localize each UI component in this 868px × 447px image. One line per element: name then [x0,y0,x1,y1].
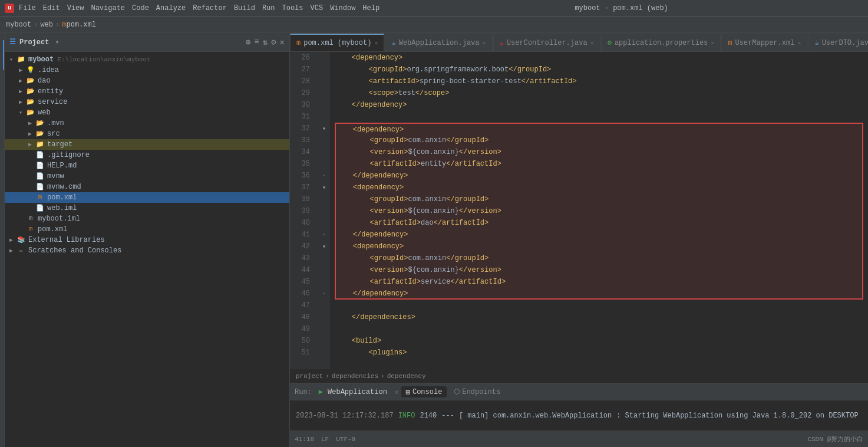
gutter-item [318,217,330,229]
code-line[interactable]: <groupId>com.anxin</groupId> [335,134,863,146]
tree-target[interactable]: ▶ 📁 target [5,139,289,150]
menu-navigate[interactable]: Navigate [91,4,125,12]
tree-idea[interactable]: ▶ 💡 .idea [5,65,289,75]
collapse-icon[interactable]: ≡ [254,37,259,47]
code-line[interactable]: <version>${com.anxin}</version> [335,146,863,158]
code-line[interactable]: <artifactId>spring-boot-starter-test</ar… [335,75,863,87]
tree-gitignore[interactable]: ▶ 📄 .gitignore [5,150,289,160]
tab-pomxml-myboot[interactable]: m pom.xml (myboot) ✕ [290,34,384,51]
menu-window[interactable]: Window [330,4,355,12]
menu-run[interactable]: Run [262,4,275,12]
code-line[interactable]: <artifactId>entity</artifactId> [335,158,863,170]
gutter-item: ▾ [318,123,330,134]
tree-mvnw[interactable]: ▶ 📄 mvnw [5,171,289,182]
menu-refactor[interactable]: Refactor [193,4,227,12]
tree-external-libraries[interactable]: ▶ 📚 External Libraries [5,235,289,245]
tree-mvn[interactable]: ▶ 📂 .mvn [5,118,289,129]
line-number: 33 [290,134,313,146]
code-line[interactable]: <groupId>com.anxin</groupId> [335,193,863,205]
code-line[interactable]: </dependency> [335,170,863,182]
code-line[interactable] [335,300,863,311]
tree-mybootiml[interactable]: ▶ m myboot.iml [5,213,289,224]
tab-usermapper[interactable]: m UserMapper.xml ✕ [721,34,807,51]
code-line[interactable]: <dependency> [335,241,863,252]
code-line[interactable] [335,111,863,123]
menu-help[interactable]: Help [362,4,379,12]
window-title: myboot - pom.xml (web) [379,4,863,12]
code-line[interactable]: </dependency> [335,99,863,111]
code-line[interactable]: <dependency> [335,52,863,64]
menu-bar[interactable]: File Edit View Navigate Code Analyze Ref… [19,4,379,12]
code-line[interactable]: <groupId>org.springframework.boot</group… [335,64,863,75]
breadcrumb-web[interactable]: web [40,21,53,29]
code-editor[interactable]: <dependency> <groupId>org.springframewor… [330,52,868,369]
project-dropdown-icon[interactable]: ▾ [55,38,59,47]
tree-root-myboot[interactable]: ▾ 📁 myboot E:\location\anxin\myboot [5,54,289,65]
status-left: 41:18 [295,436,314,443]
log-time: 2023-08-31 12:17:32.187 [296,412,394,420]
locate-icon[interactable]: ⊕ [246,37,250,47]
tab-appprops[interactable]: ⚙ application.properties ✕ [601,34,721,51]
menu-view[interactable]: View [67,4,84,12]
tree-pomxml-root[interactable]: ▶ m pom.xml [5,224,289,235]
editor-area: m pom.xml (myboot) ✕ ☕ WebApplication.ja… [290,33,868,447]
menu-tools[interactable]: Tools [282,4,303,12]
code-line[interactable]: <artifactId>service</artifactId> [335,276,863,288]
tab-console[interactable]: ▤ Console [401,386,447,397]
tree-entity[interactable]: ▶ 📂 entity [5,86,289,97]
menu-analyze[interactable]: Analyze [156,4,186,12]
code-line[interactable]: <plugins> [335,347,863,359]
code-line[interactable]: <scope>test</scope> [335,87,863,99]
tree-src[interactable]: ▶ 📂 src [5,129,289,139]
sort-icon[interactable]: ⇅ [263,37,268,47]
tree-webiml[interactable]: ▶ 📄 web.iml [5,203,289,213]
tab-close-webapp[interactable]: ✕ [483,40,486,47]
code-line[interactable]: <groupId>com.anxin</groupId> [335,252,863,264]
line-number: 46 [290,288,313,300]
tree-dao[interactable]: ▶ 📂 dao [5,75,289,86]
tab-icon-userdto: ☕ [814,38,819,47]
tab-close-usermapper[interactable]: ✕ [797,40,801,47]
settings-icon[interactable]: ⚙ [271,37,276,47]
tab-icon-appprops: ⚙ [608,38,612,47]
code-line[interactable]: <artifactId>dao</artifactId> [335,217,863,229]
code-line[interactable]: <dependency> [335,123,863,134]
code-line[interactable]: <dependency> [335,182,863,193]
run-close-icon[interactable]: ✕ [394,387,399,397]
close-panel-icon[interactable]: ✕ [280,37,285,47]
status-lf: LF [321,436,329,443]
tab-webapplication[interactable]: ☕ WebApplication.java ✕ [385,34,492,51]
code-line[interactable]: <version>${com.anxin}</version> [335,205,863,217]
sidebar-tab-project[interactable] [1,40,4,70]
code-line[interactable]: </dependencies> [335,311,863,323]
tree-scratches-consoles[interactable]: ▶ ✏ Scratches and Consoles [5,245,289,256]
menu-code[interactable]: Code [132,4,149,12]
tab-userdto[interactable]: ☕ UserDTO.java ✕ [808,34,868,51]
tab-close-userctrl[interactable]: ✕ [590,40,594,47]
menu-edit[interactable]: Edit [43,4,60,12]
menu-vcs[interactable]: VCS [311,4,324,12]
breadcrumb-myboot[interactable]: myboot [6,21,31,29]
code-content[interactable]: 2627282930313233343536373839404142434445… [290,52,868,369]
menu-build[interactable]: Build [234,4,255,12]
line-number: 44 [290,264,313,276]
breadcrumb-pomxml[interactable]: m [62,21,66,29]
tab-close-pomxml[interactable]: ✕ [374,40,378,47]
code-line[interactable]: <version>${com.anxin}</version> [335,264,863,276]
code-line[interactable]: </dependency> [335,229,863,241]
tab-usercontroller[interactable]: ☕ UserController.java ✕ [493,34,600,51]
gutter-item [318,276,330,288]
bottom-content: 2023-08-31 12:17:32.187 INFO 2140 --- [ … [290,400,868,430]
code-line[interactable]: <build> [335,335,863,347]
menu-file[interactable]: File [19,4,36,12]
tree-mvnwcmd[interactable]: ▶ 📄 mvnw.cmd [5,182,289,192]
tree-pomxml-web[interactable]: ▶ m pom.xml [5,192,289,203]
code-line[interactable] [335,323,863,335]
tab-endpoints[interactable]: ⬡ Endpoints [449,386,505,397]
tree-web[interactable]: ▾ 📂 web [5,107,289,118]
tree-service[interactable]: ▶ 📂 service [5,97,289,107]
tab-close-appprops[interactable]: ✕ [711,40,714,47]
code-line[interactable]: </dependency> [335,288,863,300]
run-label: Run: [295,388,312,396]
tree-helpmd[interactable]: ▶ 📄 HELP.md [5,160,289,171]
